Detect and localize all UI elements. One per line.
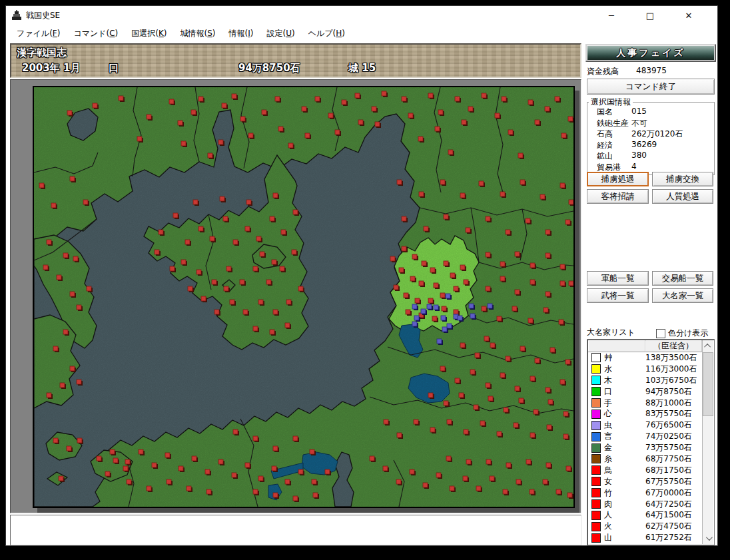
map-texture <box>34 87 573 507</box>
daimyo-name: 言 <box>604 431 644 442</box>
daimyo-koku: 76万6500石 <box>645 420 692 431</box>
daimyo-name: 鳥 <box>604 465 644 476</box>
funds-row: 資金残高 483975 <box>587 66 715 77</box>
daimyo-list-item[interactable]: 女67万5750石 <box>588 476 702 487</box>
warship-list-button[interactable]: 軍船一覧 <box>587 271 649 286</box>
daimyo-list-item[interactable]: 水116万3000石 <box>588 364 702 375</box>
daimyo-name: 女 <box>604 476 644 487</box>
daimyo-list-item[interactable]: 手88万1000石 <box>588 398 702 409</box>
daimyo-color-swatch <box>591 353 601 362</box>
daimyo-koku: 64万7250石 <box>645 499 692 510</box>
daimyo-koku: 83万5750石 <box>645 408 692 420</box>
personnel-actions: 捕虜処遇捕虜交換客将招請人質処遇 <box>587 172 715 204</box>
daimyo-list-item[interactable]: 山61万2752石 <box>588 532 702 543</box>
menu-item-u[interactable]: 設定(U) <box>260 26 301 41</box>
daimyo-color-swatch <box>591 398 601 408</box>
daimyo-name: 肉 <box>604 499 644 510</box>
daimyo-color-swatch <box>591 432 601 441</box>
menu-item-h[interactable]: ヘルプ(H) <box>302 26 352 41</box>
prisoner-exchange-button[interactable]: 捕虜交換 <box>652 172 713 186</box>
daimyo-list-item[interactable]: 人64万1500石 <box>588 509 702 521</box>
daimyo-column-header <box>588 340 645 352</box>
scrollbar-thumb[interactable] <box>703 352 713 416</box>
daimyo-list-item[interactable]: 艸138万3500石 <box>588 352 702 364</box>
daimyo-name: 心 <box>604 408 644 420</box>
menu-item-f[interactable]: ファイル(F) <box>10 26 67 41</box>
hostage-treatment-button[interactable]: 人質処遇 <box>652 189 713 204</box>
guest-general-invite-button[interactable]: 客将招請 <box>587 189 649 204</box>
daimyo-koku: 68万1750石 <box>645 465 692 476</box>
country-info-row: 国名015 <box>587 107 714 118</box>
map-viewport[interactable] <box>33 86 575 508</box>
daimyo-list-item[interactable]: 木103万6750石 <box>588 375 702 386</box>
funds-label: 資金残高 <box>587 67 619 76</box>
phase-label: 人事フェイズ <box>616 47 685 59</box>
general-list-button[interactable]: 武将一覧 <box>587 288 649 303</box>
menu-item-k[interactable]: 国選択(K) <box>125 26 173 41</box>
country-info-row: 石高262万0120石 <box>587 129 714 140</box>
daimyo-list-button[interactable]: 大名家一覧 <box>652 288 713 303</box>
message-area <box>10 515 581 545</box>
country-info-row: 経済36269 <box>587 140 714 151</box>
daimyo-color-swatch <box>591 376 601 385</box>
daimyo-list-item[interactable]: 口94万8750石 <box>588 386 702 398</box>
daimyo-name: 虫 <box>604 420 644 431</box>
daimyo-color-swatch <box>591 421 601 430</box>
daimyo-koku: 74万0250石 <box>645 431 692 442</box>
daimyo-color-swatch <box>591 533 601 543</box>
daimyo-list-item[interactable]: 竹67万0000石 <box>588 487 702 499</box>
daimyo-name: 竹 <box>604 487 644 499</box>
prisoner-treatment-button[interactable]: 捕虜処遇 <box>587 172 649 186</box>
daimyo-list-item[interactable]: 鳥68万1750石 <box>588 465 702 476</box>
scroll-up-button[interactable] <box>703 340 713 352</box>
map-frame <box>10 79 581 513</box>
app-window: 戦国史SE ─ □ ✕ ファイル(F)コマンド(C)国選択(K)城情報(S)情報… <box>5 5 718 546</box>
player-daimyo: 口 <box>109 62 119 75</box>
daimyo-name: 山 <box>604 532 644 543</box>
daimyo-list-item[interactable]: 肉64万7250石 <box>588 499 702 510</box>
status-banner: 漢字戦国志 2003年 1月 口 94万8750石 城 15 <box>10 43 581 78</box>
daimyo-koku: 62万4750石 <box>645 521 692 532</box>
daimyo-list-scrollbar[interactable] <box>702 340 713 544</box>
minimize-button[interactable]: ─ <box>592 6 631 25</box>
daimyo-list: （臣従含） 艸138万3500石水116万3000石木103万6750石口94万… <box>587 339 715 545</box>
player-castle-count: 城 15 <box>348 62 376 75</box>
daimyo-list-item[interactable]: 虫76万6500石 <box>588 420 702 431</box>
daimyo-name: 艸 <box>604 352 644 364</box>
daimyo-list-item[interactable]: 金73万5750石 <box>588 442 702 453</box>
daimyo-color-swatch <box>591 477 601 486</box>
daimyo-list-item[interactable]: 糸68万7750石 <box>588 453 702 465</box>
end-command-button[interactable]: コマンド終了 <box>587 79 715 95</box>
daimyo-koku: 68万7750石 <box>645 453 692 465</box>
list-actions: 軍船一覧交易船一覧武将一覧大名家一覧 <box>587 271 715 303</box>
daimyo-color-swatch <box>591 387 601 396</box>
daimyo-koku: 94万8750石 <box>645 386 692 398</box>
trade-ship-list-button[interactable]: 交易船一覧 <box>652 271 713 286</box>
daimyo-name: 口 <box>604 386 644 398</box>
daimyo-name: 金 <box>604 442 644 453</box>
daimyo-koku: 138万3500石 <box>645 352 697 364</box>
daimyo-color-swatch <box>591 443 601 453</box>
menu-bar: ファイル(F)コマンド(C)国選択(K)城情報(S)情報(I)設定(U)ヘルプ(… <box>6 25 721 42</box>
daimyo-koku: 64万1500石 <box>645 509 692 521</box>
chevron-down-icon <box>705 534 712 541</box>
daimyo-color-swatch <box>591 364 601 374</box>
daimyo-koku: 67万0000石 <box>645 487 692 499</box>
close-button[interactable]: ✕ <box>669 6 708 25</box>
daimyo-list-item[interactable]: 心83万5750石 <box>588 408 702 420</box>
daimyo-color-swatch <box>591 522 601 531</box>
daimyo-color-swatch <box>591 410 601 419</box>
color-display-checkbox[interactable] <box>656 329 665 338</box>
maximize-button[interactable]: □ <box>631 6 669 25</box>
daimyo-list-item[interactable]: 火62万4750石 <box>588 521 702 532</box>
menu-item-i[interactable]: 情報(I) <box>222 26 260 41</box>
daimyo-name: 水 <box>604 364 644 375</box>
daimyo-list-item[interactable]: 言74万0250石 <box>588 431 702 442</box>
scroll-down-button[interactable] <box>703 533 713 544</box>
menu-item-c[interactable]: コマンド(C) <box>67 26 125 41</box>
daimyo-koku: 88万1000石 <box>645 398 692 409</box>
daimyo-name: 人 <box>604 509 644 521</box>
menu-item-s[interactable]: 城情報(S) <box>174 26 222 41</box>
country-info-row: 鉱山380 <box>587 150 714 162</box>
daimyo-color-swatch <box>591 465 601 475</box>
